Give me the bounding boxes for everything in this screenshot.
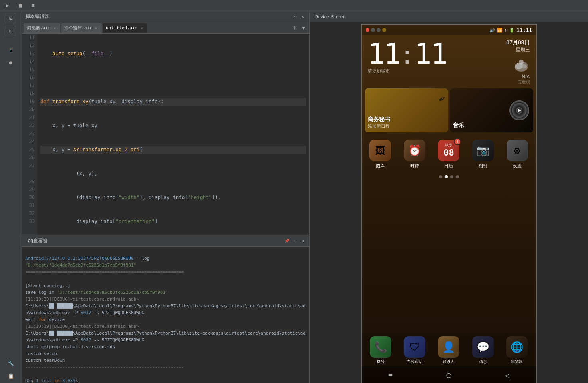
app-calendar[interactable]: 秋季 08 1 日历: [433, 140, 465, 169]
svg-text:?: ?: [516, 62, 518, 65]
left-sidebar: ⊡ ⊞ 📱 ⏺ 🔧 📋: [0, 11, 22, 383]
tab-swipe[interactable]: 滑个窗席.air ✕: [61, 23, 102, 33]
sidebar-icon-device[interactable]: 📱: [6, 45, 16, 55]
widget-biz[interactable]: 商务秘书 添加新日程 ✒: [365, 88, 448, 132]
tab-swipe-close[interactable]: ✕: [94, 26, 99, 30]
tab-untitled[interactable]: untitled.air ✕: [103, 23, 147, 33]
code-line-12: [40, 74, 306, 82]
line-numbers: 11 12 13 14 15 16 17 18 19 20 21 22: [22, 34, 37, 235]
tab-browser-close[interactable]: ✕: [52, 26, 57, 30]
dock-browser[interactable]: 🌐 浏览器: [501, 336, 533, 365]
weather-desc: 无数据: [506, 80, 530, 85]
code-line-14: x, y = tuple_xy: [40, 122, 306, 130]
editor-expand-icon[interactable]: ⊡: [292, 14, 298, 20]
app-camera[interactable]: 📷 相机: [467, 140, 499, 169]
code-line-16: (x, y),: [40, 170, 306, 178]
svg-point-3: [519, 60, 524, 64]
status-icons-right: 🔊 📶 ✈ 🔋 11:11: [489, 27, 532, 33]
dock-dial[interactable]: 📞 拨号: [365, 336, 397, 365]
log-panel-title: Log查看窗: [25, 237, 48, 244]
bottom-dock: 📞 拨号 🛡 专线通话 👤 联系人: [362, 333, 536, 366]
tab-browser[interactable]: 浏览器.air ✕: [24, 23, 60, 33]
editor-close-icon[interactable]: ✕: [300, 14, 306, 20]
log-panel: Log查看窗 📌 ⊡ ✕ Android://127.0.0.1:5037/5P…: [22, 235, 309, 383]
calendar-badge: 1: [454, 138, 461, 145]
weather-temp: N/A: [506, 74, 530, 80]
bottom-nav: ≡ ○ ◁: [362, 366, 536, 383]
status-time: 11:11: [516, 27, 532, 33]
phone-container: 🔊 📶 ✈ 🔋 11:11 11: [310, 22, 588, 383]
app-settings-label: 设置: [513, 163, 522, 169]
menu-button[interactable]: ≡: [29, 1, 38, 10]
app-settings[interactable]: ⚙ 设置: [501, 140, 533, 169]
code-line-11: auto_setup(__file__): [40, 50, 306, 58]
app-clock[interactable]: ⏰ 时钟: [399, 140, 431, 169]
widgets-row: 商务秘书 添加新日程 ✒ 音乐: [362, 88, 536, 132]
clock-right: 07月08日 星期三 ?: [506, 39, 530, 85]
sidebar-icon-shrink[interactable]: ⊞: [6, 26, 16, 36]
log-close-icon[interactable]: ✕: [300, 238, 306, 244]
wifi-icon: 📶: [497, 28, 503, 33]
device-panel: Device Screen: [310, 11, 588, 383]
widget-music-title: 音乐: [453, 122, 530, 129]
code-line-13: def transform_xy(tuple_xy, display_info)…: [40, 98, 306, 106]
clock-weekday: 星期三: [506, 46, 530, 53]
sidebar-icon-expand[interactable]: ⊡: [6, 13, 16, 23]
app-calendar-label: 日历: [444, 163, 453, 169]
play-button[interactable]: ▶: [3, 1, 12, 10]
nav-menu-button[interactable]: ≡: [382, 366, 399, 383]
editor-tabs-bar: 浏览器.air ✕ 滑个窗席.air ✕ untitled.air ✕ +: [22, 22, 309, 34]
dock-special-call[interactable]: 🛡 专线通话: [399, 336, 431, 365]
nav-back-button[interactable]: ◁: [499, 366, 516, 383]
tab-menu-button[interactable]: ▼: [300, 24, 308, 32]
widget-music[interactable]: 音乐: [450, 88, 533, 132]
app-camera-label: 相机: [479, 163, 487, 169]
dock-messages-label: 信息: [479, 359, 487, 365]
editor-panel: 脚本编辑器 ⊡ ✕ 浏览器.air ✕ 滑: [22, 11, 309, 235]
log-pin-icon[interactable]: 📌: [284, 238, 290, 244]
code-line-17: (display_info["width"], display_info["he…: [40, 193, 306, 201]
code-line-18: display_info["orientation"]: [40, 217, 306, 225]
clock-date: 07月08日: [506, 39, 530, 46]
weather-icon: ?: [513, 56, 530, 74]
app-gallery[interactable]: 🖼 图库: [365, 140, 397, 169]
log-expand-icon[interactable]: ⊡: [292, 238, 298, 244]
dot-active: [445, 175, 448, 178]
nav-home-button[interactable]: ○: [440, 366, 458, 383]
clock-minute: 11: [414, 39, 447, 68]
log-content[interactable]: Android://127.0.0.1:5037/5PZTQWQOGES8RWU…: [22, 247, 309, 383]
clock-left: 11 : 11 请添加城市: [368, 39, 447, 74]
clock-display: 11 : 11: [368, 39, 447, 68]
clock-hour: 11: [368, 39, 400, 68]
editor-panel-title: 脚本编辑器: [25, 13, 49, 20]
dock-contacts-label: 联系人: [443, 359, 455, 365]
status-icons-left: [366, 28, 386, 32]
stop-button[interactable]: ■: [16, 1, 25, 10]
app-gallery-label: 图库: [376, 163, 385, 169]
dock-dial-label: 拨号: [377, 359, 385, 365]
widget-biz-sub: 添加新日程: [368, 123, 445, 129]
play-button-music[interactable]: [518, 109, 521, 112]
dock-special-call-label: 专线通话: [407, 359, 423, 365]
device-panel-header: Device Screen: [310, 11, 588, 22]
clock-widget: 11 : 11 请添加城市 07月08日 星期三: [362, 35, 536, 88]
tab-untitled-close[interactable]: ✕: [139, 26, 144, 30]
status-bar: 🔊 📶 ✈ 🔋 11:11: [362, 25, 536, 35]
phone-screen[interactable]: 🔊 📶 ✈ 🔋 11:11 11: [361, 24, 537, 383]
sidebar-icon-bottom2[interactable]: 📋: [6, 371, 16, 381]
code-line-15: x, y = XYTransformer.up_2_ori(: [40, 146, 306, 154]
code-content[interactable]: auto_setup(__file__) def transform_xy(tu…: [37, 34, 309, 235]
battery-icon: 🔋: [509, 28, 514, 33]
dock-contacts[interactable]: 👤 联系人: [433, 336, 465, 365]
dock-browser-label: 浏览器: [511, 359, 523, 365]
code-editor[interactable]: 11 12 13 14 15 16 17 18 19 20 21 22: [22, 34, 309, 235]
sidebar-icon-record[interactable]: ⏺: [6, 58, 16, 68]
volume-icon: 🔊: [489, 28, 495, 33]
dock-messages[interactable]: 💬 信息: [467, 336, 499, 365]
sidebar-icon-bottom1[interactable]: 🔧: [6, 358, 16, 369]
global-topbar: ▶ ■ ≡: [0, 0, 588, 11]
add-tab-button[interactable]: +: [291, 24, 299, 32]
app-grid: 🖼 图库 ⏰ 时钟: [362, 136, 536, 173]
device-panel-title: Device Screen: [314, 14, 346, 20]
widget-biz-title: 商务秘书: [368, 116, 445, 123]
